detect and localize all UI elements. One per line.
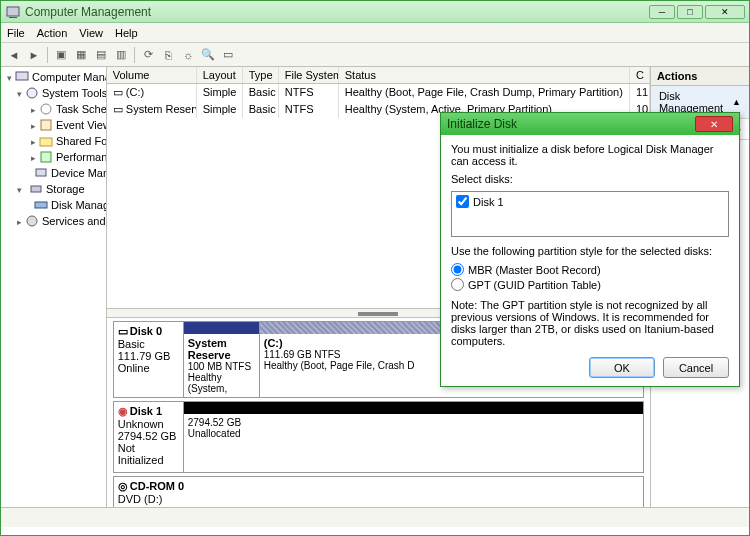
svg-rect-9 [31,186,41,192]
expand-icon[interactable]: ▾ [7,73,12,82]
up-icon[interactable]: ▣ [52,46,70,64]
actions-header: Actions [651,67,749,86]
back-icon[interactable]: ◄ [5,46,23,64]
minimize-button[interactable]: ─ [649,5,675,19]
expand-icon[interactable]: ▸ [17,217,22,226]
search-icon[interactable]: 🔍 [199,46,217,64]
device-icon [34,166,48,180]
properties-icon[interactable]: ▦ [72,46,90,64]
forward-icon[interactable]: ► [25,46,43,64]
disk-list[interactable]: Disk 1 [451,191,729,237]
select-disks-label: Select disks: [451,173,729,185]
titlebar: Computer Management ─ □ ✕ [1,1,749,23]
toolbar: ◄ ► ▣ ▦ ▤ ▥ ⟳ ⎘ ☼ 🔍 ▭ [1,43,749,67]
tree-tasksched[interactable]: ▸Task Scheduler [3,101,104,117]
table-header: Volume Layout Type File System Status C [107,67,650,84]
help-icon[interactable]: ▭ [219,46,237,64]
expand-icon[interactable]: ▸ [31,153,36,162]
svg-rect-10 [35,202,47,208]
expand-icon[interactable]: ▸ [31,121,36,130]
disk-list-item[interactable]: Disk 1 [456,195,724,208]
ok-button[interactable]: OK [589,357,655,378]
tree-systools[interactable]: ▾ System Tools [3,85,104,101]
svg-point-4 [41,104,51,114]
refresh-icon[interactable]: ⟳ [139,46,157,64]
svg-rect-1 [9,17,17,18]
expand-icon[interactable]: ▾ [17,89,22,98]
tree-label: Task Scheduler [56,103,107,115]
menu-view[interactable]: View [79,27,103,39]
tree-svc[interactable]: ▸Services and Applications [3,213,104,229]
disk-info: ▭Disk 0 Basic 111.79 GB Online [114,322,184,397]
radio-mbr-row[interactable]: MBR (Master Boot Record) [451,263,729,276]
disk-icon [34,198,48,212]
svg-rect-5 [41,120,51,130]
col-status[interactable]: Status [339,67,630,83]
expand-icon[interactable]: ▸ [31,105,36,114]
tree-label: Device Manager [51,167,107,179]
gpt-radio[interactable] [451,278,464,291]
close-button[interactable]: ✕ [705,5,745,19]
clock-icon [39,102,53,116]
view2-icon[interactable]: ▥ [112,46,130,64]
col-fs[interactable]: File System [279,67,339,83]
svg-rect-6 [40,138,52,146]
dialog-title: Initialize Disk [447,117,695,131]
statusbar [1,507,749,527]
mbr-radio[interactable] [451,263,464,276]
tree-diskmgmt[interactable]: Disk Management [3,197,104,213]
dialog-titlebar: Initialize Disk ✕ [441,113,739,135]
expand-icon[interactable]: ▾ [17,185,26,194]
perf-icon [39,150,53,164]
settings-icon[interactable]: ☼ [179,46,197,64]
svg-rect-7 [41,152,51,162]
radio-gpt-row[interactable]: GPT (GUID Partition Table) [451,278,729,291]
tree-perf[interactable]: ▸Performance [3,149,104,165]
tree-label: Shared Folders [56,135,107,147]
svg-rect-2 [16,72,28,80]
export-icon[interactable]: ⎘ [159,46,177,64]
disk1-checkbox[interactable] [456,195,469,208]
col-type[interactable]: Type [243,67,279,83]
tools-icon [25,86,39,100]
hdd-icon: ▭ [118,325,128,338]
tree-label: Performance [56,151,107,163]
partition-unallocated[interactable]: 2794.52 GB Unallocated [184,402,643,472]
dialog-close-button[interactable]: ✕ [695,116,733,132]
storage-icon [29,182,43,196]
view1-icon[interactable]: ▤ [92,46,110,64]
tree-root[interactable]: ▾ Computer Management (Local [3,69,104,85]
table-row[interactable]: ▭ (C:) Simple Basic NTFS Healthy (Boot, … [107,84,650,101]
menu-help[interactable]: Help [115,27,138,39]
tree-label: Disk Management [51,199,107,211]
window-title: Computer Management [25,5,649,19]
svg-point-3 [27,88,37,98]
tree-devmgr[interactable]: Device Manager [3,165,104,181]
computer-icon [15,70,29,84]
svg-rect-8 [36,169,46,176]
disk-row-cdrom[interactable]: ◎CD-ROM 0 DVD (D:) No Media [113,476,644,508]
tree-label: Computer Management (Local [32,71,107,83]
col-volume[interactable]: Volume [107,67,197,83]
hdd-icon: ◉ [118,405,128,418]
col-c[interactable]: C [630,67,650,83]
dialog-intro: You must initialize a disk before Logica… [451,143,729,167]
tree-shared[interactable]: ▸Shared Folders [3,133,104,149]
menu-file[interactable]: File [7,27,25,39]
menubar: File Action View Help [1,23,749,43]
partition-style-label: Use the following partition style for th… [451,245,729,257]
tree-label: Storage [46,183,85,195]
cancel-button[interactable]: Cancel [663,357,729,378]
cdrom-icon: ◎ [118,480,128,493]
tree-eventv[interactable]: ▸Event Viewer [3,117,104,133]
partition-system-reserve[interactable]: System Reserve 100 MB NTFS Healthy (Syst… [184,322,260,397]
expand-icon[interactable]: ▸ [31,137,36,146]
col-layout[interactable]: Layout [197,67,243,83]
services-icon [25,214,39,228]
tree-storage[interactable]: ▾Storage [3,181,104,197]
tree-pane: ▾ Computer Management (Local ▾ System To… [1,67,107,507]
maximize-button[interactable]: □ [677,5,703,19]
disk-info: ◉Disk 1 Unknown 2794.52 GB Not Initializ… [114,402,184,472]
disk-row-1[interactable]: ◉Disk 1 Unknown 2794.52 GB Not Initializ… [113,401,644,473]
menu-action[interactable]: Action [37,27,68,39]
